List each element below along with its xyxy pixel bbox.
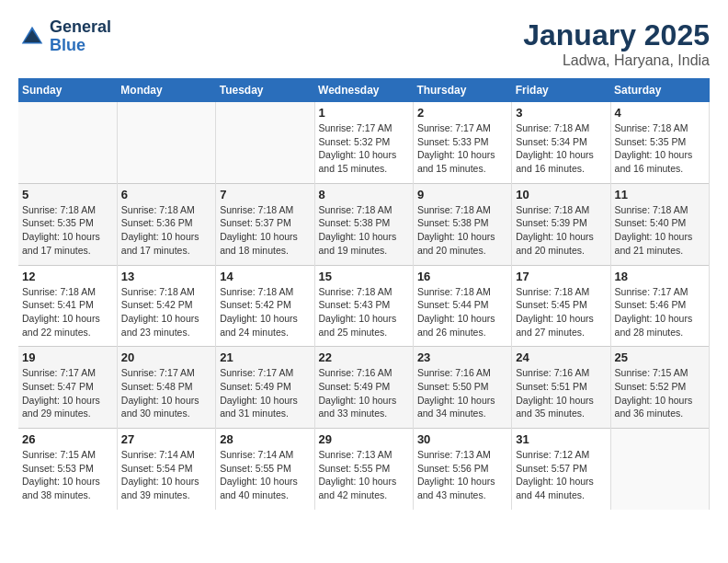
day-info: Sunrise: 7:18 AM Sunset: 5:40 PM Dayligh… [615, 203, 705, 258]
day-number: 5 [22, 188, 113, 201]
day-number: 1 [319, 106, 409, 120]
day-info: Sunrise: 7:18 AM Sunset: 5:37 PM Dayligh… [220, 203, 310, 258]
day-number: 12 [22, 270, 113, 283]
calendar-cell: 20Sunrise: 7:17 AM Sunset: 5:48 PM Dayli… [117, 347, 215, 429]
calendar-week-row: 1Sunrise: 7:17 AM Sunset: 5:32 PM Daylig… [18, 102, 710, 183]
day-info: Sunrise: 7:16 AM Sunset: 5:50 PM Dayligh… [417, 366, 507, 420]
day-info: Sunrise: 7:15 AM Sunset: 5:52 PM Dayligh… [615, 366, 705, 420]
calendar-cell: 29Sunrise: 7:13 AM Sunset: 5:55 PM Dayli… [314, 429, 413, 510]
day-info: Sunrise: 7:17 AM Sunset: 5:47 PM Dayligh… [22, 366, 113, 420]
page-header: General Blue January 2025 Ladwa, Haryana… [18, 18, 710, 69]
calendar-cell: 3Sunrise: 7:18 AM Sunset: 5:34 PM Daylig… [512, 102, 610, 183]
day-info: Sunrise: 7:12 AM Sunset: 5:57 PM Dayligh… [516, 448, 606, 502]
weekday-header-wednesday: Wednesday [314, 78, 413, 102]
calendar-cell: 22Sunrise: 7:16 AM Sunset: 5:49 PM Dayli… [314, 347, 413, 429]
day-info: Sunrise: 7:18 AM Sunset: 5:41 PM Dayligh… [22, 285, 113, 339]
calendar-cell: 10Sunrise: 7:18 AM Sunset: 5:39 PM Dayli… [512, 183, 610, 265]
day-number: 29 [319, 432, 409, 446]
day-number: 3 [516, 106, 606, 120]
day-info: Sunrise: 7:15 AM Sunset: 5:53 PM Dayligh… [22, 448, 113, 502]
day-number: 16 [417, 270, 507, 283]
day-info: Sunrise: 7:13 AM Sunset: 5:55 PM Dayligh… [319, 448, 409, 502]
day-info: Sunrise: 7:18 AM Sunset: 5:35 PM Dayligh… [22, 203, 113, 258]
calendar-cell: 23Sunrise: 7:16 AM Sunset: 5:50 PM Dayli… [413, 347, 511, 429]
day-number: 18 [615, 270, 705, 283]
day-info: Sunrise: 7:14 AM Sunset: 5:55 PM Dayligh… [220, 448, 310, 502]
calendar-cell: 27Sunrise: 7:14 AM Sunset: 5:54 PM Dayli… [117, 429, 215, 510]
day-info: Sunrise: 7:18 AM Sunset: 5:36 PM Dayligh… [121, 203, 211, 258]
calendar-cell: 6Sunrise: 7:18 AM Sunset: 5:36 PM Daylig… [117, 183, 215, 265]
day-number: 31 [516, 432, 606, 446]
calendar-cell [18, 102, 117, 183]
day-info: Sunrise: 7:17 AM Sunset: 5:32 PM Dayligh… [319, 121, 409, 176]
day-number: 25 [615, 350, 705, 364]
day-number: 14 [220, 270, 310, 283]
day-number: 13 [121, 270, 211, 283]
day-info: Sunrise: 7:18 AM Sunset: 5:42 PM Dayligh… [121, 285, 211, 339]
calendar-week-row: 19Sunrise: 7:17 AM Sunset: 5:47 PM Dayli… [18, 347, 710, 429]
weekday-header-saturday: Saturday [610, 78, 709, 102]
calendar-cell: 28Sunrise: 7:14 AM Sunset: 5:55 PM Dayli… [216, 429, 314, 510]
day-info: Sunrise: 7:16 AM Sunset: 5:51 PM Dayligh… [516, 366, 606, 420]
day-info: Sunrise: 7:16 AM Sunset: 5:49 PM Dayligh… [319, 366, 409, 420]
day-number: 6 [121, 188, 211, 201]
logo-text-general: General [50, 17, 111, 36]
weekday-header-row: SundayMondayTuesdayWednesdayThursdayFrid… [18, 78, 710, 102]
month-title: January 2025 [523, 18, 710, 52]
calendar-table: SundayMondayTuesdayWednesdayThursdayFrid… [18, 78, 710, 510]
calendar-cell: 24Sunrise: 7:16 AM Sunset: 5:51 PM Dayli… [512, 347, 610, 429]
calendar-cell: 18Sunrise: 7:17 AM Sunset: 5:46 PM Dayli… [610, 265, 709, 347]
day-number: 2 [417, 106, 507, 120]
calendar-cell: 16Sunrise: 7:18 AM Sunset: 5:44 PM Dayli… [413, 265, 511, 347]
day-number: 19 [22, 350, 113, 364]
calendar-cell: 13Sunrise: 7:18 AM Sunset: 5:42 PM Dayli… [117, 265, 215, 347]
day-info: Sunrise: 7:18 AM Sunset: 5:43 PM Dayligh… [319, 285, 409, 339]
day-info: Sunrise: 7:18 AM Sunset: 5:45 PM Dayligh… [516, 285, 606, 339]
weekday-header-thursday: Thursday [413, 78, 511, 102]
weekday-header-sunday: Sunday [18, 78, 117, 102]
weekday-header-friday: Friday [512, 78, 610, 102]
day-number: 26 [22, 432, 113, 446]
day-info: Sunrise: 7:18 AM Sunset: 5:38 PM Dayligh… [417, 203, 507, 258]
day-number: 22 [319, 350, 409, 364]
calendar-cell: 1Sunrise: 7:17 AM Sunset: 5:32 PM Daylig… [314, 102, 413, 183]
calendar-cell: 12Sunrise: 7:18 AM Sunset: 5:41 PM Dayli… [18, 265, 117, 347]
calendar-cell: 11Sunrise: 7:18 AM Sunset: 5:40 PM Dayli… [610, 183, 709, 265]
calendar-cell: 19Sunrise: 7:17 AM Sunset: 5:47 PM Dayli… [18, 347, 117, 429]
weekday-header-monday: Monday [117, 78, 215, 102]
calendar-cell: 4Sunrise: 7:18 AM Sunset: 5:35 PM Daylig… [610, 102, 709, 183]
calendar-cell: 26Sunrise: 7:15 AM Sunset: 5:53 PM Dayli… [18, 429, 117, 510]
day-info: Sunrise: 7:18 AM Sunset: 5:34 PM Dayligh… [516, 121, 606, 176]
day-number: 27 [121, 432, 211, 446]
day-info: Sunrise: 7:18 AM Sunset: 5:35 PM Dayligh… [615, 121, 705, 176]
calendar-cell: 30Sunrise: 7:13 AM Sunset: 5:56 PM Dayli… [413, 429, 511, 510]
day-info: Sunrise: 7:18 AM Sunset: 5:39 PM Dayligh… [516, 203, 606, 258]
calendar-cell [117, 102, 215, 183]
day-info: Sunrise: 7:18 AM Sunset: 5:44 PM Dayligh… [417, 285, 507, 339]
location: Ladwa, Haryana, India [523, 52, 710, 69]
calendar-cell: 9Sunrise: 7:18 AM Sunset: 5:38 PM Daylig… [413, 183, 511, 265]
calendar-cell: 8Sunrise: 7:18 AM Sunset: 5:38 PM Daylig… [314, 183, 413, 265]
calendar-cell: 31Sunrise: 7:12 AM Sunset: 5:57 PM Dayli… [512, 429, 610, 510]
day-number: 10 [516, 188, 606, 201]
calendar-week-row: 12Sunrise: 7:18 AM Sunset: 5:41 PM Dayli… [18, 265, 710, 347]
calendar-cell: 7Sunrise: 7:18 AM Sunset: 5:37 PM Daylig… [216, 183, 314, 265]
logo: General Blue [18, 18, 111, 55]
day-number: 30 [417, 432, 507, 446]
calendar-cell: 17Sunrise: 7:18 AM Sunset: 5:45 PM Dayli… [512, 265, 610, 347]
day-number: 23 [417, 350, 507, 364]
day-number: 4 [615, 106, 705, 120]
calendar-cell: 5Sunrise: 7:18 AM Sunset: 5:35 PM Daylig… [18, 183, 117, 265]
logo-icon [18, 23, 46, 51]
day-number: 7 [220, 188, 310, 201]
calendar-cell: 15Sunrise: 7:18 AM Sunset: 5:43 PM Dayli… [314, 265, 413, 347]
day-number: 21 [220, 350, 310, 364]
calendar-week-row: 5Sunrise: 7:18 AM Sunset: 5:35 PM Daylig… [18, 183, 710, 265]
day-number: 11 [615, 188, 705, 201]
calendar-cell: 21Sunrise: 7:17 AM Sunset: 5:49 PM Dayli… [216, 347, 314, 429]
day-number: 15 [319, 270, 409, 283]
calendar-cell [216, 102, 314, 183]
day-info: Sunrise: 7:14 AM Sunset: 5:54 PM Dayligh… [121, 448, 211, 502]
day-number: 24 [516, 350, 606, 364]
day-info: Sunrise: 7:13 AM Sunset: 5:56 PM Dayligh… [417, 448, 507, 502]
